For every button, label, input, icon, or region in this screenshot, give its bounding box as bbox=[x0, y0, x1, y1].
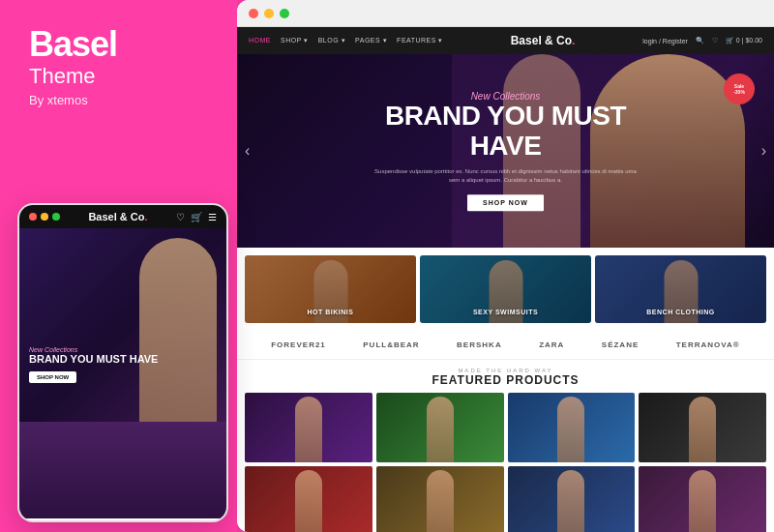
featured-section: MADE THE HARD WAY FEATURED PRODUCTS bbox=[237, 360, 774, 532]
desktop-titlebar bbox=[237, 0, 774, 27]
nav-home[interactable]: HOME bbox=[249, 37, 271, 44]
prod-figure-4 bbox=[689, 397, 716, 462]
category-hot-bikinis[interactable]: HOT BIKINIS bbox=[245, 255, 416, 323]
category-sexy-swimsuits[interactable]: SEXY SWIMSUITS bbox=[420, 255, 591, 323]
cat-label-2: SEXY SWIMSUITS bbox=[473, 309, 538, 315]
product-card-4[interactable] bbox=[639, 393, 766, 462]
mobile-dots bbox=[29, 213, 60, 221]
featured-header: MADE THE HARD WAY FEATURED PRODUCTS bbox=[245, 368, 766, 387]
search-icon[interactable]: 🔍 bbox=[696, 37, 704, 44]
login-register-link[interactable]: login / Register bbox=[642, 38, 688, 44]
products-grid bbox=[245, 393, 766, 532]
mobile-hero: New Collections BRAND YOU MUST HAVE SHOP… bbox=[19, 228, 226, 422]
category-bench-clothing[interactable]: BENCH CLOTHING bbox=[595, 255, 766, 323]
dot-green bbox=[52, 213, 60, 221]
prod-figure-2 bbox=[427, 397, 454, 462]
prod-figure-7 bbox=[557, 470, 584, 532]
heart-icon: ♡ bbox=[176, 212, 185, 222]
prod-figure-8 bbox=[689, 470, 716, 532]
mobile-brand-text: BRAND YOU MUST HAVE bbox=[29, 353, 158, 366]
hero-subtitle: Suspendisse vulputate porttitor ex. Nunc… bbox=[371, 167, 641, 185]
dot-yellow bbox=[41, 213, 48, 221]
dot-red bbox=[29, 213, 37, 221]
featured-title: FEATURED PRODUCTS bbox=[245, 373, 766, 387]
product-card-3[interactable] bbox=[508, 393, 636, 462]
dt-dot-green bbox=[280, 9, 289, 18]
hero-shop-now-button[interactable]: SHOP NOW bbox=[467, 194, 544, 211]
site-nav: HOME SHOP ▾ BLOG ▾ PAGES ▾ FEATURES ▾ Ba… bbox=[237, 27, 774, 54]
sale-badge: Sale -30% bbox=[724, 74, 755, 104]
nav-pages[interactable]: PAGES ▾ bbox=[355, 37, 387, 44]
mobile-icons: ♡ 🛒 ☰ bbox=[176, 212, 217, 222]
product-card-6[interactable] bbox=[376, 466, 504, 532]
site-logo-dot: . bbox=[572, 34, 575, 47]
dt-dot-red bbox=[249, 9, 258, 18]
prod-figure-5 bbox=[295, 470, 322, 532]
next-slide-button[interactable]: › bbox=[761, 142, 766, 160]
brands-row: FOREVER21 PULL&BEAR Bershka ZARA SÉZANE … bbox=[237, 331, 774, 360]
product-card-5[interactable] bbox=[245, 466, 372, 532]
wishlist-icon[interactable]: ♡ bbox=[712, 37, 718, 44]
cart-icon: 🛒 bbox=[191, 212, 202, 222]
mobile-bottom-bg bbox=[19, 422, 226, 518]
nav-shop[interactable]: SHOP ▾ bbox=[281, 37, 309, 44]
hero-content: New Collections BRAND YOU MUST HAVE Susp… bbox=[371, 91, 641, 211]
mobile-shop-now-button[interactable]: SHOP NOW bbox=[29, 371, 76, 383]
site-logo: Basel & Co. bbox=[511, 34, 576, 47]
website-content: HOME SHOP ▾ BLOG ▾ PAGES ▾ FEATURES ▾ Ba… bbox=[237, 27, 774, 532]
nav-left: HOME SHOP ▾ BLOG ▾ PAGES ▾ FEATURES ▾ bbox=[249, 37, 443, 44]
brand-by: By xtemos bbox=[29, 93, 208, 107]
hero-title: BRAND YOU MUST HAVE bbox=[371, 102, 641, 162]
category-section: HOT BIKINIS SEXY SWIMSUITS BENCH CLOTHIN… bbox=[237, 248, 774, 331]
mobile-logo: Basel & Co. bbox=[88, 211, 147, 222]
product-card-7[interactable] bbox=[508, 466, 636, 532]
brand-title: Basel bbox=[29, 27, 208, 62]
mobile-mockup: Basel & Co. ♡ 🛒 ☰ New Collections BRAND … bbox=[17, 203, 228, 522]
product-card-1[interactable] bbox=[245, 393, 372, 462]
product-card-8[interactable] bbox=[639, 466, 766, 532]
left-panel: Basel Theme By xtemos Basel & Co. ♡ 🛒 ☰ … bbox=[0, 0, 237, 532]
brand-subtitle: Theme bbox=[29, 64, 208, 89]
brand-terranova[interactable]: terranova® bbox=[676, 340, 740, 349]
brand-zara[interactable]: ZARA bbox=[539, 340, 564, 349]
cat-label-3: BENCH CLOTHING bbox=[646, 309, 714, 315]
mobile-hero-text: New Collections BRAND YOU MUST HAVE SHOP… bbox=[29, 346, 158, 383]
nav-blog[interactable]: BLOG ▾ bbox=[318, 37, 345, 44]
product-card-2[interactable] bbox=[376, 393, 504, 462]
sale-discount: -30% bbox=[733, 89, 745, 95]
hero-banner: New Collections BRAND YOU MUST HAVE Susp… bbox=[237, 54, 774, 248]
brand-forever21[interactable]: FOREVER21 bbox=[271, 340, 326, 349]
nav-features[interactable]: FEATURES ▾ bbox=[397, 37, 443, 44]
brand-sezane[interactable]: SÉZANE bbox=[602, 340, 639, 349]
desktop-mockup: HOME SHOP ▾ BLOG ▾ PAGES ▾ FEATURES ▾ Ba… bbox=[237, 0, 774, 532]
prod-figure-6 bbox=[427, 470, 454, 532]
cat-label-1: HOT BIKINIS bbox=[308, 309, 354, 315]
prod-figure-3 bbox=[557, 397, 584, 462]
menu-icon: ☰ bbox=[208, 212, 217, 222]
prev-slide-button[interactable]: ‹ bbox=[245, 142, 250, 160]
mobile-header: Basel & Co. ♡ 🛒 ☰ bbox=[19, 205, 226, 228]
mobile-logo-dot: . bbox=[145, 211, 148, 222]
nav-right: login / Register 🔍 ♡ 🛒 0 | $0.00 bbox=[642, 37, 762, 44]
prod-figure-1 bbox=[295, 397, 322, 462]
cart-icon[interactable]: 🛒 0 | $0.00 bbox=[726, 37, 762, 44]
brand-bershka[interactable]: Bershka bbox=[457, 340, 502, 349]
mobile-new-collections: New Collections bbox=[29, 346, 158, 353]
mobile-hero-figure bbox=[139, 238, 217, 422]
brand-pullbear[interactable]: PULL&BEAR bbox=[363, 340, 419, 349]
dt-dot-yellow bbox=[264, 9, 274, 18]
